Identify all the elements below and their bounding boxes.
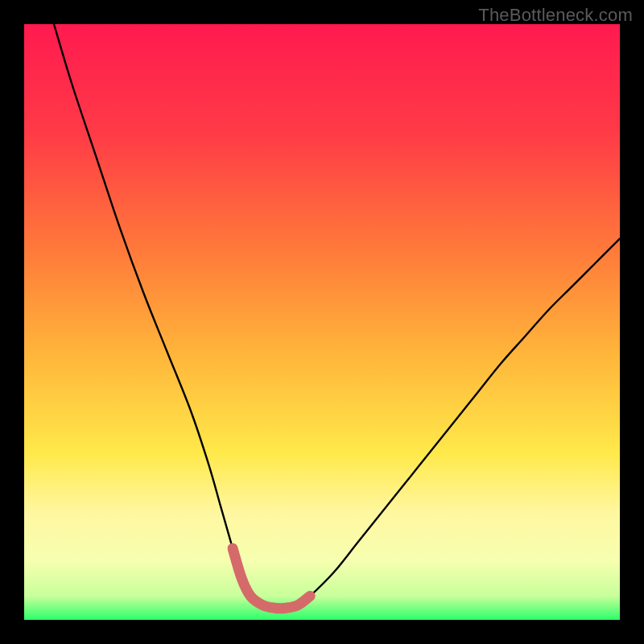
bottleneck-curve <box>54 24 620 609</box>
plot-area <box>24 24 620 620</box>
curve-layer <box>24 24 620 620</box>
outer-frame: TheBottleneck.com <box>0 0 644 644</box>
watermark-text: TheBottleneck.com <box>478 5 633 26</box>
bottleneck-curve-highlight <box>233 548 310 608</box>
